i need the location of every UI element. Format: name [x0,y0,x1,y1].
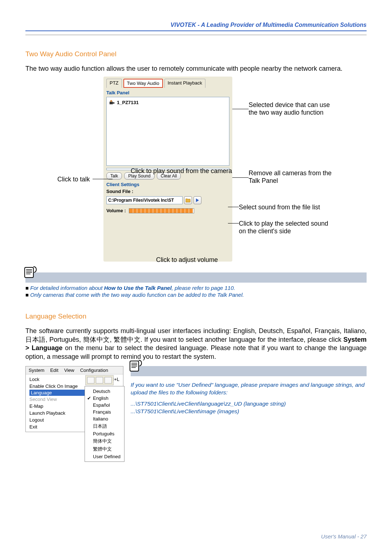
note-icon [23,264,38,280]
note-bar-2 [131,366,367,376]
header-rule-light [25,34,367,36]
callout-play-sound: Click to play sound from the camera [131,167,232,175]
svg-rect-0 [110,102,113,104]
callout-remove: Remove all cameras from the Talk Panel [249,169,336,185]
lang-note-2: ...\ST7501\Client\LiveClient\language\zz… [131,400,367,408]
browse-button[interactable] [184,196,192,204]
talk-button[interactable]: Talk [106,172,122,180]
menu-view[interactable]: View [61,366,77,374]
language-submenu: Deutsch English Español Français Italian… [85,386,124,462]
note-icon [128,357,144,373]
sound-file-label: Sound File : [106,189,229,194]
lang-note-1: If you want to use "User Defined" langua… [131,381,367,397]
callout-select-sound: Select sound from the file list [239,204,333,211]
tab-two-way-audio[interactable]: Two Way Audio [123,79,163,88]
lang-option[interactable]: Português [85,430,124,437]
language-body: The software currently supports multi-li… [25,327,367,361]
client-settings-label: Client Settings [106,182,229,187]
callout-adjust-volume: Click to adjust volume [156,256,218,264]
menu-edit[interactable]: Edit [47,366,61,374]
lang-option[interactable]: User Defined [85,453,124,460]
callout-talk: Click to talk [57,176,90,183]
camera-icon [109,99,115,105]
folder-icon [185,198,191,202]
lang-option[interactable]: Français [85,409,124,415]
note-line-2: Only cameras that come with the two way … [25,292,367,298]
play-icon [196,198,199,202]
page-footer: User's Manual - 27 [321,533,367,539]
sound-file-path[interactable]: C:\Program Files\Vivotek Inc\ST [106,196,183,204]
tab-instant-playback[interactable]: Instant Playback [164,79,205,88]
volume-label: Volume : [106,208,126,213]
toolbar-icon[interactable] [105,377,112,383]
callout-selected-device: Selected device that can use the two way… [249,101,336,116]
section-title-language: Language Selection [25,312,367,320]
tab-ptz[interactable]: PTZ [106,79,122,88]
svg-rect-1 [113,102,115,104]
header-rule-blue [25,30,367,31]
play-file-button[interactable] [193,196,201,204]
device-row[interactable]: 1_PZ7131 [109,99,227,105]
lang-option[interactable]: 簡体中文 [85,437,124,445]
volume-slider[interactable] [129,208,194,213]
menu-configuration[interactable]: Configuration [77,366,111,374]
doc-header: VIVOTEK - A Leading Provider of Multimed… [25,22,367,30]
lang-option[interactable]: 日本語 [85,422,124,430]
section-title-audio: Two Way Audio Control Panel [25,50,367,58]
lang-option[interactable]: Español [85,402,124,409]
toolbar [85,375,114,385]
menu-system[interactable]: System [26,366,47,374]
callout-play-selected: Click to play the selected sound on the … [239,220,333,235]
device-name: 1_PZ7131 [117,100,139,105]
talk-panel-label: Talk Panel [106,90,229,95]
lang-option[interactable]: Italiano [85,415,124,422]
svg-point-2 [110,100,112,102]
lang-option[interactable]: 繁體中文 [85,445,124,453]
lang-note-3: ...\ST7501\Client\LiveClient\image (imag… [131,408,367,415]
note-bar [25,272,367,283]
toolbar-icon[interactable] [87,377,94,383]
intro-text: The two way audio function allows the us… [25,65,367,73]
lang-option[interactable]: Deutsch [85,388,124,395]
menu-screenshot: System Edit View Configuration LockCtrl+… [25,366,123,432]
audio-panel-figure: PTZ Two Way Audio Instant Playback Talk … [25,77,367,269]
talk-device-list: 1_PZ7131 [106,97,229,166]
lang-option-english[interactable]: English [85,395,124,402]
note-line-1: For detailed information about How to Us… [25,285,367,291]
toolbar-icon[interactable] [96,377,103,383]
